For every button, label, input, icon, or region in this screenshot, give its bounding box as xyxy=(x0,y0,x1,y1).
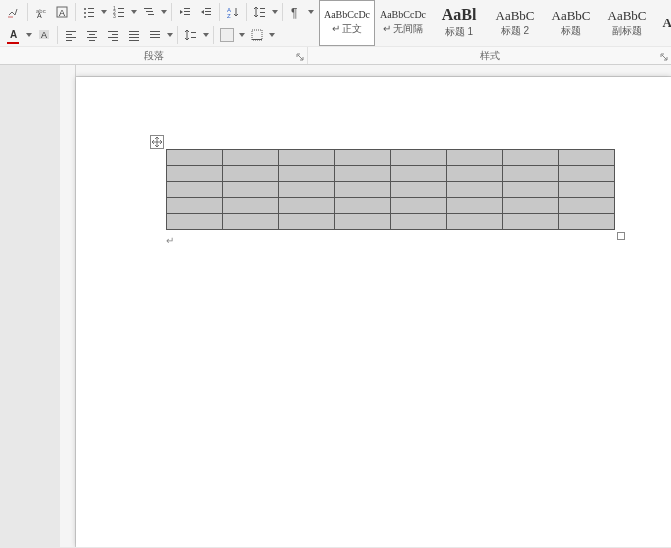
table-row[interactable] xyxy=(167,166,615,182)
shading-dropdown[interactable] xyxy=(238,33,246,37)
table-cell[interactable] xyxy=(503,166,559,182)
table-row[interactable] xyxy=(167,198,615,214)
align-right-icon[interactable] xyxy=(103,25,123,45)
table-cell[interactable] xyxy=(503,198,559,214)
table-cell[interactable] xyxy=(167,214,223,230)
table-cell[interactable] xyxy=(223,198,279,214)
horizontal-ruler[interactable] xyxy=(76,65,671,77)
char-shading-icon[interactable]: A xyxy=(34,25,54,45)
styles-dialog-launcher[interactable] xyxy=(659,52,669,62)
document-page[interactable]: ↵ xyxy=(76,77,671,547)
clear-format-icon[interactable] xyxy=(4,2,24,22)
line-spacing-btn[interactable] xyxy=(250,2,270,22)
shading-icon[interactable] xyxy=(217,25,237,45)
table-cell[interactable] xyxy=(559,150,615,166)
multilevel-icon[interactable] xyxy=(139,2,159,22)
table-row[interactable] xyxy=(167,150,615,166)
vertical-ruler[interactable] xyxy=(60,65,76,547)
style-item-4[interactable]: AaBbC标题 xyxy=(543,0,599,46)
table-row[interactable] xyxy=(167,214,615,230)
font-color-icon[interactable]: A xyxy=(4,25,24,45)
table-cell[interactable] xyxy=(559,198,615,214)
align-dropdown[interactable] xyxy=(166,33,174,37)
table-cell[interactable] xyxy=(279,182,335,198)
align-distribute-icon[interactable] xyxy=(145,25,165,45)
increase-indent-icon[interactable] xyxy=(196,2,216,22)
table-cell[interactable] xyxy=(335,150,391,166)
table-cell[interactable] xyxy=(447,198,503,214)
align-center-icon[interactable] xyxy=(82,25,102,45)
table-cell[interactable] xyxy=(335,166,391,182)
table-cell[interactable] xyxy=(335,214,391,230)
table-cell[interactable] xyxy=(447,182,503,198)
table-row[interactable] xyxy=(167,182,615,198)
show-marks-icon[interactable]: ¶ xyxy=(286,2,306,22)
svg-rect-22 xyxy=(205,8,211,9)
table-cell[interactable] xyxy=(391,198,447,214)
style-label: 标题 1 xyxy=(445,25,473,39)
table-cell[interactable] xyxy=(223,182,279,198)
line-spacing-dropdown[interactable] xyxy=(271,10,279,14)
table-cell[interactable] xyxy=(503,150,559,166)
document-table[interactable] xyxy=(166,149,615,230)
font-color-dropdown[interactable] xyxy=(25,33,33,37)
svg-rect-36 xyxy=(66,37,76,38)
table-cell[interactable] xyxy=(223,166,279,182)
table-cell[interactable] xyxy=(391,214,447,230)
borders-icon[interactable] xyxy=(247,25,267,45)
style-preview: AaBl xyxy=(442,7,477,23)
table-cell[interactable] xyxy=(279,150,335,166)
align-justify-icon[interactable] xyxy=(124,25,144,45)
table-cell[interactable] xyxy=(167,166,223,182)
numbering-icon[interactable]: 123 xyxy=(109,2,129,22)
table-cell[interactable] xyxy=(391,182,447,198)
table-cell[interactable] xyxy=(447,166,503,182)
borders-dropdown[interactable] xyxy=(268,33,276,37)
line-spacing-icon[interactable] xyxy=(181,25,201,45)
table-cell[interactable] xyxy=(559,182,615,198)
numbering-dropdown[interactable] xyxy=(130,10,138,14)
table-move-handle[interactable] xyxy=(150,135,164,149)
table-cell[interactable] xyxy=(279,198,335,214)
decrease-indent-icon[interactable] xyxy=(175,2,195,22)
style-item-5[interactable]: AaBbC副标题 xyxy=(599,0,655,46)
table-cell[interactable] xyxy=(503,182,559,198)
sort-icon[interactable]: AZ xyxy=(223,2,243,22)
table-cell[interactable] xyxy=(167,150,223,166)
table-cell[interactable] xyxy=(279,166,335,182)
style-item-2[interactable]: AaBl标题 1 xyxy=(431,0,487,46)
svg-rect-23 xyxy=(205,11,211,12)
style-item-1[interactable]: AaBbCcDc↵ 无间隔 xyxy=(375,0,431,46)
show-marks-dropdown[interactable] xyxy=(307,10,315,14)
multilevel-dropdown[interactable] xyxy=(160,10,168,14)
table-cell[interactable] xyxy=(559,166,615,182)
table-cell[interactable] xyxy=(335,198,391,214)
table-cell[interactable] xyxy=(447,150,503,166)
style-item-3[interactable]: AaBbC标题 2 xyxy=(487,0,543,46)
bullets-icon[interactable] xyxy=(79,2,99,22)
table-cell[interactable] xyxy=(167,182,223,198)
table-cell[interactable] xyxy=(559,214,615,230)
table-cell[interactable] xyxy=(167,198,223,214)
style-label: 副标题 xyxy=(612,24,642,38)
table-cell[interactable] xyxy=(223,150,279,166)
table-cell[interactable] xyxy=(503,214,559,230)
table-resize-handle[interactable] xyxy=(617,232,625,240)
style-preview: AaBbCcDc xyxy=(380,10,426,20)
char-border-icon[interactable]: A xyxy=(52,2,72,22)
style-item-0[interactable]: AaBbCcDc↵ 正文 xyxy=(319,0,375,46)
style-preview: AaBbC xyxy=(608,9,647,22)
align-left-icon[interactable] xyxy=(61,25,81,45)
table-cell[interactable] xyxy=(391,150,447,166)
style-item-6[interactable]: AaBbC xyxy=(655,0,671,46)
table-cell[interactable] xyxy=(447,214,503,230)
paragraph-dialog-launcher[interactable] xyxy=(295,52,305,62)
table-cell[interactable] xyxy=(391,166,447,182)
table-cell[interactable] xyxy=(223,214,279,230)
table-cell[interactable] xyxy=(335,182,391,198)
phonetic-icon[interactable]: abcA xyxy=(31,2,51,22)
spacing-dropdown[interactable] xyxy=(202,33,210,37)
bullets-dropdown[interactable] xyxy=(100,10,108,14)
svg-text:A: A xyxy=(10,29,17,40)
table-cell[interactable] xyxy=(279,214,335,230)
